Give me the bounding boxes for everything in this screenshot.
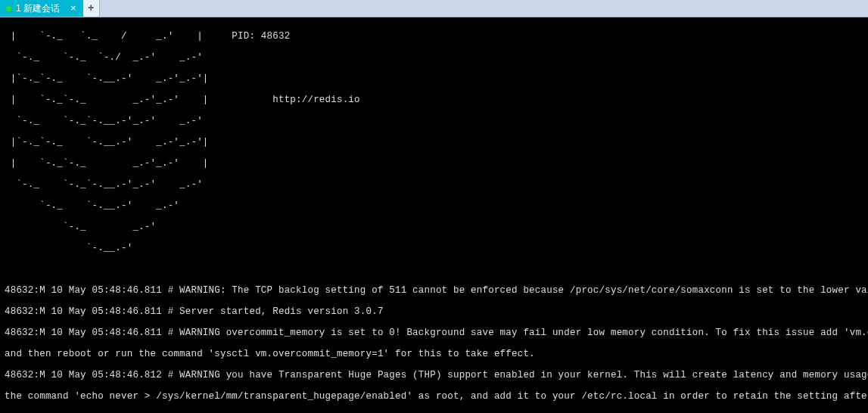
- ascii-line: `-.__.-': [5, 243, 863, 253]
- log-line: 48632:M 10 May 05:48:46.811 # WARNING ov…: [5, 328, 863, 338]
- ascii-line: | `-._`-._ _.-'_.-' | http://redis.io: [5, 95, 863, 105]
- new-tab-button[interactable]: +: [83, 0, 100, 17]
- ascii-line: `-._ `-.__.-' _.-': [5, 200, 863, 211]
- log-line: and then reboot or run the command 'sysc…: [5, 349, 863, 359]
- ascii-line: `-._ `-._`-.__.-'_.-' _.-': [5, 116, 863, 126]
- terminal-output[interactable]: | `-._ `._ / _.' | PID: 48632 `-._ `-._ …: [0, 17, 868, 413]
- status-dot-icon: [6, 6, 11, 11]
- session-tab[interactable]: 1 新建会话 ×: [0, 0, 83, 17]
- tab-label: 1 新建会话: [16, 3, 60, 14]
- log-line: the command 'echo never > /sys/kernel/mm…: [5, 391, 863, 402]
- log-line: 48632:M 10 May 05:48:46.811 # WARNING: T…: [5, 285, 863, 296]
- log-line: 48632:M 10 May 05:48:46.811 # Server sta…: [5, 306, 863, 317]
- ascii-line: |`-._`-._ `-.__.-' _.-'_.-'|: [5, 73, 863, 84]
- ascii-line: |`-._`-._ `-.__.-' _.-'_.-'|: [5, 137, 863, 148]
- ascii-line: `-._ `-._`-.__.-'_.-' _.-': [5, 179, 863, 190]
- tab-bar: 1 新建会话 × +: [0, 0, 868, 17]
- log-line: 48632:M 10 May 05:48:46.812 # WARNING yo…: [5, 370, 863, 380]
- close-icon[interactable]: ×: [70, 3, 76, 14]
- ascii-line: | `-._`-._ _.-'_.-' |: [5, 158, 863, 169]
- ascii-line: `-._ _.-': [5, 222, 863, 232]
- ascii-line: | `-._ `._ / _.' | PID: 48632: [5, 31, 863, 42]
- ascii-line: `-._ `-._ `-./ _.-' _.-': [5, 52, 863, 63]
